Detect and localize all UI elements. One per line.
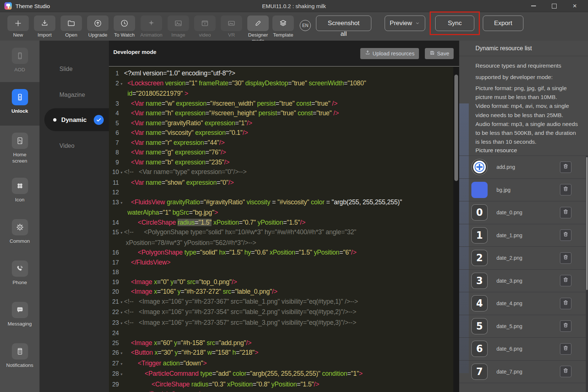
- editor-scrollbar-thumb[interactable]: [454, 75, 458, 181]
- toolbar-upgrade-label: Upgrade: [88, 32, 107, 38]
- unlock-type-slide[interactable]: Slide: [59, 66, 73, 72]
- code-text: <Lockscreen version="1" frameRate="30" d…: [124, 78, 366, 89]
- common-icon: [12, 219, 28, 235]
- trash-icon: [562, 254, 569, 262]
- sidebar-item-home-screen[interactable]: Home screen: [0, 126, 39, 171]
- toolbar-new-label: New: [13, 32, 23, 38]
- fold-arrow-icon[interactable]: ▼: [119, 78, 124, 89]
- editor-scrollbar[interactable]: [453, 67, 459, 392]
- save-button[interactable]: Save: [425, 48, 454, 59]
- toolbar-animation-button: Animation: [140, 16, 162, 44]
- delete-resource-button[interactable]: [560, 275, 571, 286]
- fold-arrow-icon[interactable]: ▼: [119, 369, 124, 379]
- toolbar-new-button[interactable]: New: [7, 16, 29, 44]
- screenshot-all-label2: all: [316, 30, 371, 38]
- toolbar-open-button[interactable]: Open: [61, 16, 82, 44]
- fold-spacer: [119, 68, 124, 78]
- delete-resource-button[interactable]: [560, 229, 571, 241]
- delete-resource-button[interactable]: [560, 298, 571, 309]
- sidebar-item-aod[interactable]: AOD: [0, 41, 39, 82]
- minimize-icon[interactable]: [530, 3, 536, 9]
- developer-mode-panel: Developer mode Upload resources Save 1<?…: [109, 41, 459, 392]
- delete-resource-button[interactable]: [560, 161, 571, 173]
- code-text: <Var name="h" expression="#screen_height…: [124, 108, 339, 118]
- unlock-type-video[interactable]: Video: [59, 143, 75, 149]
- toolbar-to-watch-button[interactable]: To Watch: [114, 16, 135, 44]
- unlock-type-magazine[interactable]: Magazine: [59, 92, 85, 98]
- delete-resource-button[interactable]: [560, 207, 571, 218]
- code-editor[interactable]: 1<?xml version="1.0" encoding="utf-8"?>2…: [109, 67, 459, 392]
- resource-filename: date_4.png: [496, 300, 522, 306]
- code-text: <Trigger action="down">: [124, 358, 207, 369]
- screenshot-all-button[interactable]: Screenshot: [316, 16, 371, 31]
- delete-resource-button[interactable]: [560, 343, 571, 355]
- picture-resource-list: add.png bg.jpg 0date_0.png 1date_1.png 2…: [459, 156, 588, 392]
- to-watch-icon: [114, 16, 135, 31]
- line-number: 4: [109, 108, 119, 118]
- maximize-icon[interactable]: [551, 3, 557, 9]
- sidebar-item-common[interactable]: Common: [0, 212, 39, 253]
- fold-spacer: [119, 287, 124, 297]
- line-number: 10: [109, 167, 119, 178]
- fold-arrow-icon[interactable]: ▼: [119, 307, 124, 318]
- toolbar-designer-mode-button[interactable]: Designer mode: [247, 16, 269, 44]
- unlock-type-dynamic-selected[interactable]: Dynamic: [44, 108, 109, 131]
- sidebar-item-icon[interactable]: Icon: [0, 171, 39, 212]
- export-button[interactable]: Export: [483, 16, 523, 31]
- window-title: EMUI11.0.2 : shaking milk: [0, 3, 588, 9]
- trash-icon: [562, 299, 569, 308]
- upload-resources-button[interactable]: Upload resources: [360, 48, 419, 59]
- line-number: 16: [109, 248, 119, 258]
- toolbar-video-label: video: [199, 32, 211, 38]
- sync-button[interactable]: Sync: [435, 16, 474, 31]
- delete-resource-button[interactable]: [560, 320, 571, 332]
- code-line-8: 8 <Var name="g" expression="76"/>: [109, 147, 459, 157]
- sidebar-item-phone[interactable]: Phone: [0, 253, 39, 295]
- fold-arrow-icon[interactable]: ▼: [119, 358, 124, 369]
- toolbar-upgrade-button[interactable]: Upgrade: [87, 16, 109, 44]
- digit-thumbnail: 3: [471, 273, 488, 289]
- code-text: <Var name="r" expression="44"/>: [124, 138, 224, 148]
- fold-arrow-icon[interactable]: ▼: [119, 318, 124, 328]
- toolbar-template-button[interactable]: Template: [272, 16, 294, 44]
- fold-arrow-icon[interactable]: ▼: [119, 348, 124, 358]
- language-badge[interactable]: EN: [300, 20, 311, 31]
- fold-arrow-icon[interactable]: ▼: [119, 197, 124, 208]
- delete-resource-button[interactable]: [560, 252, 571, 264]
- unlock-icon: [12, 89, 28, 105]
- digit-thumbnail: 0: [471, 204, 488, 221]
- code-text: <Image x="106" y="#h-237-272" src="lable…: [124, 287, 277, 297]
- sidebar-item-notifications[interactable]: Notifications: [0, 336, 39, 378]
- delete-resource-button[interactable]: [560, 184, 571, 195]
- resource-scrollbar-thumb[interactable]: [586, 157, 588, 290]
- toolbar-vr-label: VR: [228, 32, 235, 38]
- toolbar-to-watch-label: To Watch: [114, 32, 135, 38]
- fold-arrow-icon[interactable]: ▼: [119, 227, 124, 238]
- preview-button[interactable]: Preview: [385, 16, 425, 31]
- fold-arrow-icon[interactable]: ▼: [119, 297, 124, 307]
- code-line-30: 30 </ParticleCommand>: [109, 389, 459, 392]
- requirements-format-line: Audio format: mp3, a single audio needs: [475, 120, 585, 129]
- code-line-11: 11 <Var name="show" expression="0"/>: [109, 178, 459, 188]
- code-text: <ParticleCommand type="add" color="argb(…: [124, 369, 362, 379]
- line-number: 23: [109, 318, 119, 328]
- picture-resource-section-title: Picture resource: [475, 147, 517, 154]
- code-text: <Var name="w" expression="#screen_width"…: [124, 99, 337, 109]
- delete-resource-button[interactable]: [560, 366, 571, 377]
- line-number: 7: [109, 138, 119, 148]
- toolbar-vr-button: VR: [221, 16, 242, 44]
- sidebar-item-messaging[interactable]: Messaging: [0, 295, 39, 336]
- sidebar-item-unlock[interactable]: Unlock: [0, 82, 39, 126]
- code-text: <FluidsView gravityRatio="#gravityRatio"…: [124, 197, 402, 208]
- fold-spacer: [119, 147, 124, 157]
- resource-row-date_3-png: 3date_3.png: [459, 270, 588, 293]
- upgrade-icon: [87, 16, 109, 31]
- toolbar-import-button[interactable]: Import: [34, 16, 55, 44]
- resource-filename: date_5.png: [496, 323, 522, 329]
- messaging-icon: [12, 302, 28, 318]
- requirements-format-line: video needs to be less than 25MB.: [475, 111, 585, 120]
- fold-arrow-icon[interactable]: ▼: [119, 167, 124, 178]
- close-icon[interactable]: ×: [572, 3, 578, 9]
- resource-row-date_5-png: 5date_5.png: [459, 315, 588, 338]
- toolbar-actions: ScreenshotallPreviewSyncExport: [316, 16, 534, 35]
